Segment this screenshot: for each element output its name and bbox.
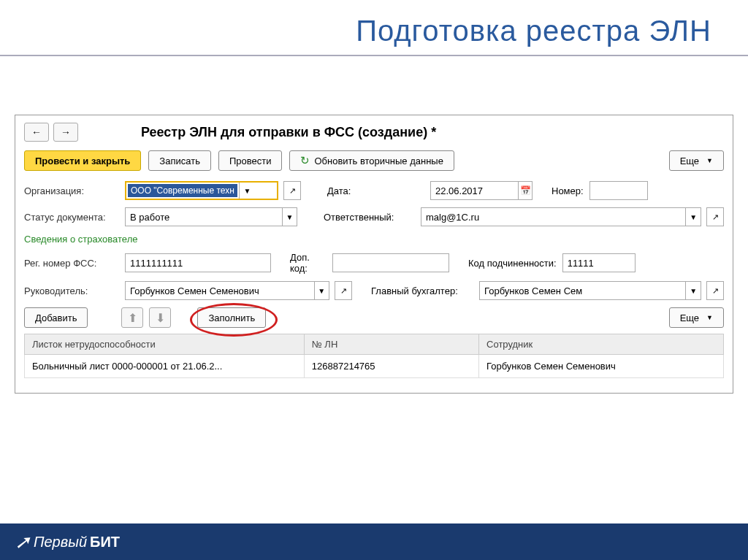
dropdown-icon[interactable]: ▼	[282, 208, 297, 226]
calendar-icon[interactable]: 📅	[518, 182, 532, 199]
resp-field[interactable]: ▼	[421, 207, 701, 226]
date-field[interactable]: 📅	[430, 181, 533, 200]
col-header[interactable]: № ЛН	[304, 334, 478, 355]
org-label: Организация:	[24, 185, 119, 196]
save-button[interactable]: Записать	[148, 150, 211, 171]
fill-button[interactable]: Заполнить	[197, 307, 266, 328]
status-field[interactable]: ▼	[125, 207, 297, 226]
dropdown-icon[interactable]: ▼	[685, 208, 701, 226]
footer: ➚ ПервыйБИТ	[0, 523, 748, 560]
number-label: Номер:	[552, 185, 584, 196]
dropdown-icon[interactable]: ▼	[239, 183, 255, 199]
chevron-down-icon: ▼	[706, 157, 713, 164]
table-row[interactable]: Больничный лист 0000-000001 от 21.06.2..…	[25, 355, 724, 378]
open-icon[interactable]: ↗	[706, 207, 724, 226]
arrow-icon: ➚	[15, 531, 31, 553]
list-more-button[interactable]: Еще▼	[669, 307, 724, 328]
window-title: Реестр ЭЛН для отправки в ФСС (создание)…	[141, 125, 436, 140]
col-header[interactable]: Сотрудник	[479, 334, 724, 355]
head-label: Руководитель:	[24, 285, 119, 296]
submit-close-button[interactable]: Провести и закрыть	[24, 150, 141, 171]
move-up-button[interactable]: ⬆	[121, 307, 143, 328]
slide-title: Подготовка реестра ЭЛН	[0, 0, 748, 55]
subcode-label: Код подчиненности:	[468, 258, 557, 269]
app-window: ← → Реестр ЭЛН для отправки в ФСС (созда…	[15, 115, 733, 394]
refresh-icon: ↻	[300, 154, 310, 167]
resp-label: Ответственный:	[324, 212, 415, 223]
divider	[0, 55, 748, 56]
number-field[interactable]	[589, 181, 648, 200]
section-title: Сведения о страхователе	[24, 234, 724, 245]
open-icon[interactable]: ↗	[335, 281, 352, 300]
forward-button[interactable]: →	[53, 123, 78, 142]
more-button[interactable]: Еще▼	[669, 150, 724, 171]
add-button[interactable]: Добавить	[24, 307, 88, 328]
status-label: Статус документа:	[24, 212, 119, 223]
regnum-field[interactable]	[125, 253, 271, 272]
open-icon[interactable]: ↗	[706, 281, 724, 300]
dropdown-icon[interactable]: ▼	[685, 282, 701, 299]
move-down-button[interactable]: ⬇	[149, 307, 171, 328]
col-header[interactable]: Листок нетрудоспособности	[25, 334, 305, 355]
dropdown-icon[interactable]: ▼	[314, 282, 329, 299]
accountant-label: Главный бухгалтер:	[371, 285, 473, 296]
refresh-button[interactable]: ↻ Обновить вторичные данные	[289, 150, 454, 171]
brand-logo: ➚ ПервыйБИТ	[15, 531, 120, 553]
org-field[interactable]: ООО "Современные техн ▼	[125, 181, 278, 200]
back-button[interactable]: ←	[24, 123, 49, 142]
dopcode-label: Доп. код:	[290, 252, 327, 274]
post-button[interactable]: Провести	[218, 150, 283, 171]
accountant-field[interactable]: ▼	[479, 281, 701, 300]
dopcode-field[interactable]	[332, 253, 449, 272]
chevron-down-icon: ▼	[706, 314, 713, 321]
head-field[interactable]: ▼	[125, 281, 329, 300]
open-icon[interactable]: ↗	[283, 181, 301, 200]
records-table: Листок нетрудоспособности № ЛН Сотрудник…	[24, 334, 724, 378]
subcode-field[interactable]	[562, 253, 636, 272]
regnum-label: Рег. номер ФСС:	[24, 258, 119, 269]
date-label: Дата:	[327, 185, 356, 196]
